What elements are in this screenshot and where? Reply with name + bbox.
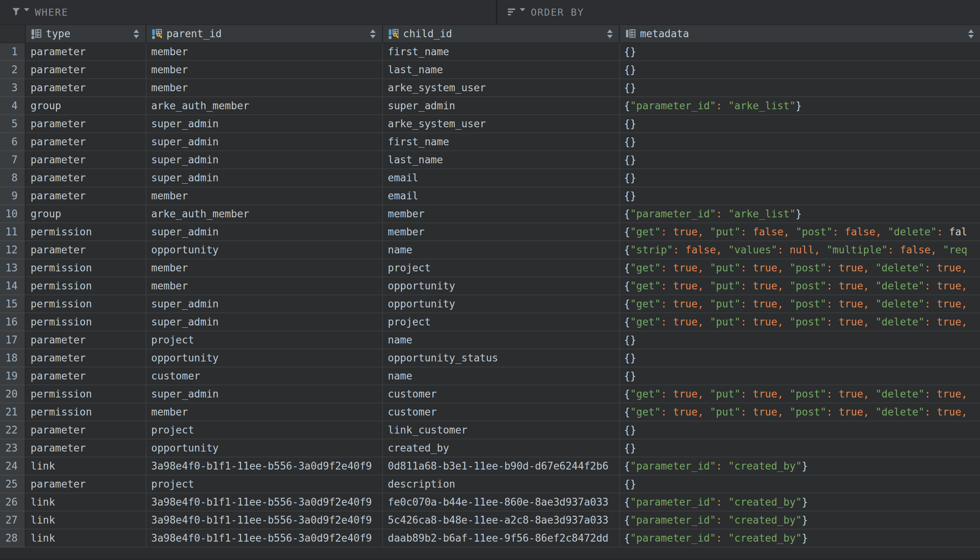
cell-type[interactable]: link — [26, 493, 146, 511]
cell-parent-id[interactable]: opportunity — [146, 349, 383, 367]
cell-child-id[interactable]: customer — [383, 403, 620, 421]
cell-child-id[interactable]: last_name — [383, 61, 620, 79]
cell-metadata[interactable]: {} — [620, 475, 980, 493]
cell-parent-id[interactable]: project — [146, 331, 383, 349]
cell-child-id[interactable]: daab89b2-b6af-11ee-9f56-86ef2c8472dd — [383, 529, 620, 547]
cell-child-id[interactable]: first_name — [383, 133, 620, 151]
cell-type[interactable]: parameter — [26, 331, 146, 349]
cell-parent-id[interactable]: opportunity — [146, 439, 383, 457]
cell-child-id[interactable]: last_name — [383, 151, 620, 169]
row-number[interactable]: 18 — [0, 349, 26, 367]
cell-type[interactable]: parameter — [26, 133, 146, 151]
cell-type[interactable]: parameter — [26, 169, 146, 187]
cell-child-id[interactable]: name — [383, 367, 620, 385]
cell-type[interactable]: parameter — [26, 43, 146, 61]
cell-parent-id[interactable]: customer — [146, 367, 383, 385]
cell-parent-id[interactable]: member — [146, 61, 383, 79]
cell-type[interactable]: parameter — [26, 61, 146, 79]
row-number[interactable]: 23 — [0, 439, 26, 457]
corner-cell[interactable] — [0, 25, 26, 42]
row-number[interactable]: 10 — [0, 205, 26, 223]
cell-child-id[interactable]: fe0c070a-b44e-11ee-860e-8ae3d937a033 — [383, 493, 620, 511]
cell-child-id[interactable]: 5c426ca8-b48e-11ee-a2c8-8ae3d937a033 — [383, 511, 620, 529]
row-number[interactable]: 1 — [0, 43, 26, 61]
cell-child-id[interactable]: member — [383, 205, 620, 223]
cell-parent-id[interactable]: 3a98e4f0-b1f1-11ee-b556-3a0d9f2e40f9 — [146, 457, 383, 475]
cell-parent-id[interactable]: 3a98e4f0-b1f1-11ee-b556-3a0d9f2e40f9 — [146, 529, 383, 547]
cell-child-id[interactable]: 0d811a68-b3e1-11ee-b90d-d67e6244f2b6 — [383, 457, 620, 475]
cell-type[interactable]: group — [26, 205, 146, 223]
cell-type[interactable]: link — [26, 529, 146, 547]
cell-parent-id[interactable]: arke_auth_member — [146, 205, 383, 223]
row-number[interactable]: 26 — [0, 493, 26, 511]
cell-type[interactable]: permission — [26, 223, 146, 241]
row-number[interactable]: 14 — [0, 277, 26, 295]
cell-parent-id[interactable]: arke_auth_member — [146, 97, 383, 115]
row-number[interactable]: 17 — [0, 331, 26, 349]
row-number[interactable]: 16 — [0, 313, 26, 331]
cell-parent-id[interactable]: member — [146, 277, 383, 295]
cell-type[interactable]: parameter — [26, 241, 146, 259]
sort-arrows-icon[interactable] — [964, 29, 974, 38]
cell-metadata[interactable]: {} — [620, 187, 980, 205]
cell-parent-id[interactable]: member — [146, 79, 383, 97]
row-number[interactable]: 22 — [0, 421, 26, 439]
cell-parent-id[interactable]: super_admin — [146, 295, 383, 313]
cell-metadata[interactable]: {} — [620, 43, 980, 61]
sort-arrows-icon[interactable] — [366, 29, 376, 38]
cell-parent-id[interactable]: member — [146, 403, 383, 421]
cell-type[interactable]: group — [26, 97, 146, 115]
cell-type[interactable]: permission — [26, 259, 146, 277]
cell-parent-id[interactable]: super_admin — [146, 223, 383, 241]
cell-child-id[interactable]: description — [383, 475, 620, 493]
cell-parent-id[interactable]: super_admin — [146, 151, 383, 169]
order-by-field[interactable]: ORDER BY — [497, 0, 584, 24]
cell-metadata[interactable]: {} — [620, 331, 980, 349]
cell-child-id[interactable]: name — [383, 331, 620, 349]
cell-metadata[interactable]: {"get": true, "put": true, "post": true,… — [620, 259, 980, 277]
cell-type[interactable]: parameter — [26, 439, 146, 457]
row-number[interactable]: 9 — [0, 187, 26, 205]
row-number[interactable]: 21 — [0, 403, 26, 421]
cell-metadata[interactable]: {} — [620, 133, 980, 151]
cell-child-id[interactable]: opportunity_status — [383, 349, 620, 367]
row-number[interactable]: 20 — [0, 385, 26, 403]
cell-child-id[interactable]: name — [383, 241, 620, 259]
cell-type[interactable]: parameter — [26, 151, 146, 169]
cell-metadata[interactable]: {"parameter_id": "created_by"} — [620, 529, 980, 547]
cell-child-id[interactable]: opportunity — [383, 295, 620, 313]
cell-parent-id[interactable]: super_admin — [146, 385, 383, 403]
column-header-type[interactable]: type — [26, 25, 146, 42]
cell-child-id[interactable]: email — [383, 169, 620, 187]
row-number[interactable]: 4 — [0, 97, 26, 115]
cell-metadata[interactable]: {} — [620, 367, 980, 385]
cell-parent-id[interactable]: member — [146, 187, 383, 205]
row-number[interactable]: 3 — [0, 79, 26, 97]
cell-child-id[interactable]: email — [383, 187, 620, 205]
cell-metadata[interactable]: {"parameter_id": "arke_list"} — [620, 97, 980, 115]
cell-child-id[interactable]: first_name — [383, 43, 620, 61]
cell-child-id[interactable]: link_customer — [383, 421, 620, 439]
cell-metadata[interactable]: {"get": true, "put": true, "post": true,… — [620, 277, 980, 295]
cell-metadata[interactable]: {"parameter_id": "created_by"} — [620, 493, 980, 511]
cell-parent-id[interactable]: opportunity — [146, 241, 383, 259]
cell-metadata[interactable]: {"get": true, "put": true, "post": true,… — [620, 403, 980, 421]
cell-metadata[interactable]: {} — [620, 61, 980, 79]
cell-metadata[interactable]: {} — [620, 169, 980, 187]
cell-metadata[interactable]: {"get": true, "put": true, "post": true,… — [620, 385, 980, 403]
cell-metadata[interactable]: {} — [620, 439, 980, 457]
cell-child-id[interactable]: customer — [383, 385, 620, 403]
cell-type[interactable]: parameter — [26, 79, 146, 97]
row-number[interactable]: 19 — [0, 367, 26, 385]
cell-parent-id[interactable]: project — [146, 421, 383, 439]
cell-parent-id[interactable]: super_admin — [146, 169, 383, 187]
cell-type[interactable]: link — [26, 511, 146, 529]
row-number[interactable]: 27 — [0, 511, 26, 529]
row-number[interactable]: 11 — [0, 223, 26, 241]
cell-metadata[interactable]: {} — [620, 115, 980, 133]
cell-parent-id[interactable]: 3a98e4f0-b1f1-11ee-b556-3a0d9f2e40f9 — [146, 511, 383, 529]
cell-type[interactable]: permission — [26, 277, 146, 295]
row-number[interactable]: 2 — [0, 61, 26, 79]
cell-type[interactable]: parameter — [26, 367, 146, 385]
row-number[interactable]: 24 — [0, 457, 26, 475]
